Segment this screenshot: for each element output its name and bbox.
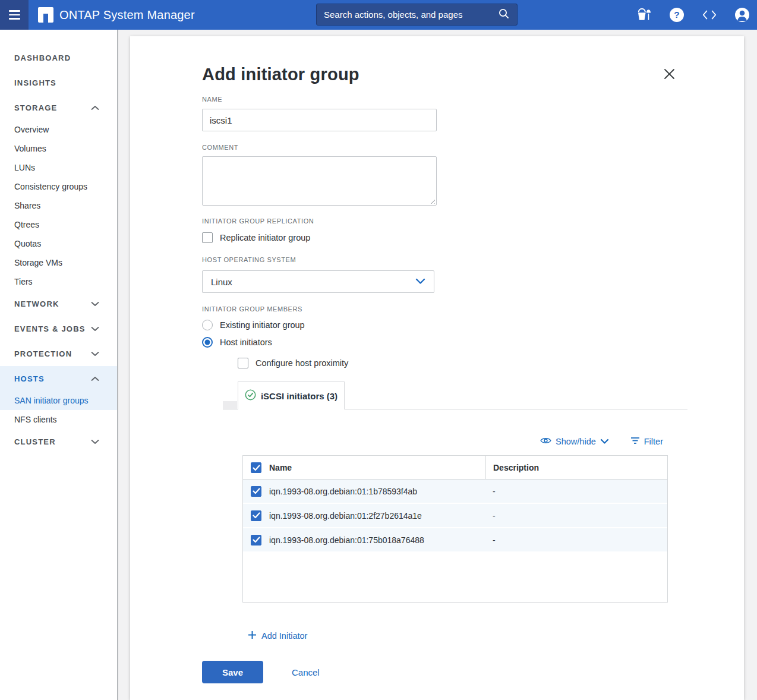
existing-group-radio-row[interactable]: Existing initiator group bbox=[202, 320, 744, 330]
sidebar-item-volumes[interactable]: Volumes bbox=[0, 139, 117, 158]
table-empty-area bbox=[243, 553, 667, 602]
add-initiator-label: Add Initiator bbox=[261, 631, 307, 641]
add-initiator-group-panel: Add initiator group NAME COMMENT INITIAT… bbox=[130, 36, 744, 700]
sidebar-item-san-initiator-groups[interactable]: SAN initiator groups bbox=[0, 391, 117, 410]
sidebar-item-dashboard[interactable]: DASHBOARD bbox=[0, 45, 117, 70]
dialog-actions: Save Cancel bbox=[202, 661, 744, 698]
chevron-down-icon bbox=[415, 277, 425, 286]
proximity-checkbox-label: Configure host proximity bbox=[256, 358, 348, 368]
host-initiators-radio[interactable] bbox=[202, 337, 213, 348]
app-title: ONTAP System Manager bbox=[59, 8, 195, 22]
search-icon[interactable] bbox=[498, 8, 510, 21]
topbar-icon-group: ? bbox=[636, 0, 750, 30]
sidebar-item-overview[interactable]: Overview bbox=[0, 120, 117, 139]
replicate-checkbox-label: Replicate initiator group bbox=[220, 233, 310, 242]
comment-textarea[interactable] bbox=[202, 156, 437, 206]
existing-group-radio-label: Existing initiator group bbox=[220, 320, 305, 330]
members-label: INITIATOR GROUP MEMBERS bbox=[202, 305, 744, 313]
replicate-checkbox[interactable] bbox=[202, 232, 213, 243]
filter-icon bbox=[630, 437, 640, 446]
chevron-down-icon bbox=[91, 437, 99, 446]
chevron-up-icon bbox=[91, 103, 99, 112]
table-row[interactable]: iqn.1993-08.org.debian:01:2f27b2614a1e - bbox=[243, 504, 667, 528]
existing-group-radio[interactable] bbox=[202, 320, 213, 330]
add-initiator-button[interactable]: Add Initiator bbox=[248, 630, 307, 641]
sidebar-item-consistency-groups[interactable]: Consistency groups bbox=[0, 177, 117, 196]
top-bar: ONTAP System Manager ? bbox=[0, 0, 757, 30]
page-title: Add initiator group bbox=[202, 65, 744, 84]
chevron-down-icon bbox=[91, 349, 99, 358]
sidebar-item-quotas[interactable]: Quotas bbox=[0, 234, 117, 253]
initiator-description: - bbox=[485, 511, 667, 521]
sidebar-item-storage-vms[interactable]: Storage VMs bbox=[0, 253, 117, 272]
code-icon[interactable] bbox=[702, 7, 717, 23]
eye-icon bbox=[540, 437, 551, 446]
sandbox-bucket-icon[interactable] bbox=[636, 7, 652, 23]
user-avatar-icon[interactable] bbox=[734, 7, 750, 23]
sidebar-item-nfs-clients[interactable]: NFS clients bbox=[0, 410, 117, 429]
tab-strip: iSCSI initiators (3) bbox=[223, 382, 687, 409]
sidebar-item-storage[interactable]: STORAGE bbox=[0, 95, 117, 120]
table-row[interactable]: iqn.1993-08.org.debian:01:1b78593f4ab - bbox=[243, 480, 667, 504]
host-os-label: HOST OPERATING SYSTEM bbox=[202, 256, 744, 263]
netapp-logo bbox=[38, 7, 53, 23]
initiator-description: - bbox=[485, 487, 667, 496]
column-header-name[interactable]: Name bbox=[269, 463, 485, 472]
row-checkbox[interactable] bbox=[251, 535, 261, 546]
sidebar-item-network[interactable]: NETWORK bbox=[0, 291, 117, 316]
sidebar-nav: DASHBOARD INSIGHTS STORAGE Overview Volu… bbox=[0, 30, 118, 700]
host-os-select[interactable]: Linux bbox=[202, 270, 434, 293]
filter-button[interactable]: Filter bbox=[630, 437, 663, 446]
host-initiators-radio-row[interactable]: Host initiators bbox=[202, 337, 744, 348]
initiator-name: iqn.1993-08.org.debian:01:2f27b2614a1e bbox=[269, 511, 485, 521]
name-input[interactable] bbox=[202, 109, 437, 131]
replicate-checkbox-row[interactable]: Replicate initiator group bbox=[202, 232, 744, 243]
svg-text:?: ? bbox=[674, 10, 679, 20]
table-tools: Show/hide Filter bbox=[202, 437, 663, 446]
sidebar-item-protection[interactable]: PROTECTION bbox=[0, 341, 117, 366]
initiators-table: Name Description iqn.1993-08.org.debian:… bbox=[242, 455, 668, 603]
sidebar-item-events-jobs[interactable]: EVENTS & JOBS bbox=[0, 316, 117, 341]
chevron-down-icon bbox=[91, 324, 99, 333]
chevron-down-icon bbox=[600, 437, 609, 446]
sidebar-item-tiers[interactable]: Tiers bbox=[0, 272, 117, 291]
host-os-value: Linux bbox=[211, 277, 232, 287]
host-initiators-radio-label: Host initiators bbox=[220, 338, 272, 347]
sidebar-item-luns[interactable]: LUNs bbox=[0, 158, 117, 177]
main-area: Add initiator group NAME COMMENT INITIAT… bbox=[119, 30, 757, 700]
proximity-checkbox-row[interactable]: Configure host proximity bbox=[238, 358, 744, 368]
plus-icon bbox=[248, 630, 257, 641]
table-row[interactable]: iqn.1993-08.org.debian:01:75b018a76488 - bbox=[243, 528, 667, 553]
select-all-checkbox[interactable] bbox=[251, 462, 261, 473]
green-check-circle-icon bbox=[245, 389, 256, 402]
show-hide-button[interactable]: Show/hide bbox=[540, 437, 609, 446]
sidebar-item-insights[interactable]: INSIGHTS bbox=[0, 70, 117, 95]
initiator-name: iqn.1993-08.org.debian:01:75b018a76488 bbox=[269, 535, 485, 545]
column-header-description[interactable]: Description bbox=[485, 456, 667, 480]
show-hide-label: Show/hide bbox=[556, 437, 596, 446]
chevron-up-icon bbox=[91, 374, 99, 383]
row-checkbox[interactable] bbox=[251, 486, 261, 497]
row-checkbox[interactable] bbox=[251, 510, 261, 521]
filter-label: Filter bbox=[644, 437, 663, 446]
brand: ONTAP System Manager bbox=[38, 7, 195, 23]
cancel-button[interactable]: Cancel bbox=[292, 667, 320, 677]
initiator-name: iqn.1993-08.org.debian:01:1b78593f4ab bbox=[269, 487, 485, 496]
search-input[interactable] bbox=[324, 10, 498, 20]
global-search[interactable] bbox=[316, 4, 518, 26]
save-button[interactable]: Save bbox=[202, 661, 263, 683]
chevron-down-icon bbox=[91, 299, 99, 308]
sidebar-item-shares[interactable]: Shares bbox=[0, 196, 117, 215]
sidebar-item-hosts[interactable]: HOSTS bbox=[0, 366, 117, 391]
hamburger-menu-icon[interactable] bbox=[0, 0, 29, 30]
proximity-checkbox[interactable] bbox=[238, 358, 248, 368]
initiator-description: - bbox=[485, 535, 667, 545]
comment-label: COMMENT bbox=[202, 144, 744, 151]
tab-iscsi-initiators[interactable]: iSCSI initiators (3) bbox=[238, 381, 345, 409]
help-icon[interactable]: ? bbox=[669, 7, 685, 23]
sidebar-item-cluster[interactable]: CLUSTER bbox=[0, 429, 117, 454]
table-header-row: Name Description bbox=[243, 456, 667, 480]
sidebar-item-qtrees[interactable]: Qtrees bbox=[0, 215, 117, 234]
replication-label: INITIATOR GROUP REPLICATION bbox=[202, 217, 744, 225]
name-label: NAME bbox=[202, 96, 744, 103]
